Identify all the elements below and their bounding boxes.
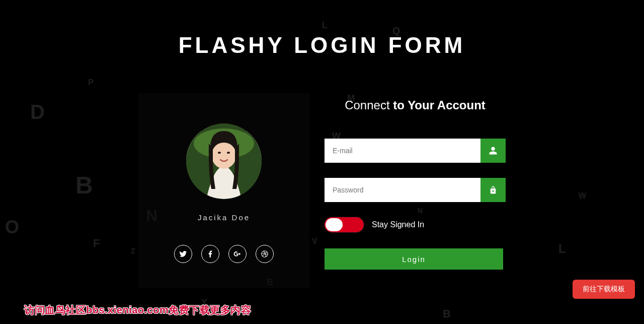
user-icon [480, 139, 506, 163]
stay-signed-toggle[interactable] [325, 217, 364, 232]
login-button[interactable]: Login [325, 248, 503, 270]
password-input[interactable] [325, 178, 480, 202]
connect-heading: Connect to Your Account [325, 98, 506, 112]
unlock-icon [480, 178, 506, 202]
form-panel: Connect to Your Account Stay Signed In [309, 93, 506, 288]
facebook-icon[interactable] [201, 245, 219, 263]
login-card: Jacika Doe Connect to Your Account [138, 93, 506, 288]
connect-light: Connect [345, 98, 393, 112]
email-field-wrap [325, 139, 506, 163]
user-name: Jacika Doe [198, 213, 250, 222]
stay-signed-label: Stay Signed In [372, 220, 424, 229]
svg-point-5 [227, 152, 230, 154]
twitter-icon[interactable] [174, 245, 192, 263]
stay-signed-row: Stay Signed In [325, 217, 506, 232]
svg-point-4 [218, 152, 221, 154]
avatar [186, 123, 262, 199]
email-input[interactable] [325, 139, 480, 163]
dribbble-icon[interactable] [256, 245, 274, 263]
page-title: FLASHY LOGIN FORM [0, 33, 644, 58]
social-icons-row [174, 245, 274, 263]
connect-bold: to Your Account [393, 98, 486, 112]
watermark-text: 访问血鸟社区bbs.xieniao.com免费下载更多内容 [24, 303, 251, 317]
toggle-knob [326, 218, 343, 231]
google-plus-icon[interactable] [228, 245, 247, 263]
password-field-wrap [325, 178, 506, 202]
profile-panel: Jacika Doe [138, 93, 309, 288]
